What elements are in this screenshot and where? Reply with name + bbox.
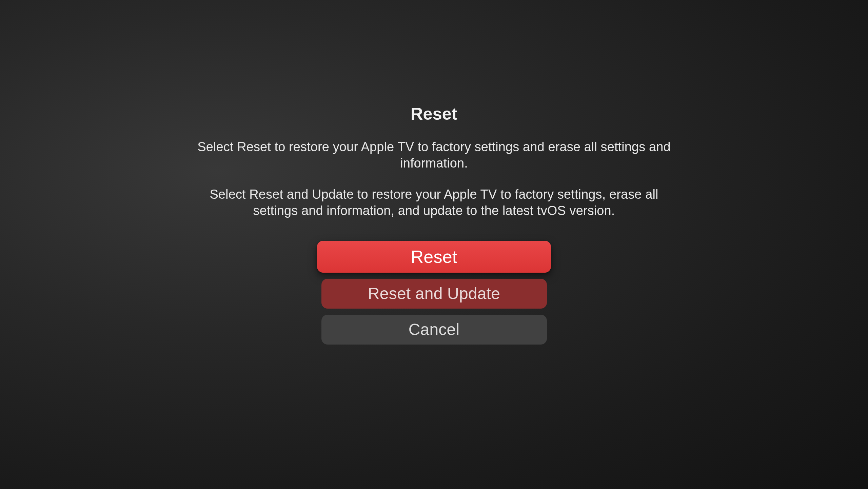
dialog-description-1: Select Reset to restore your Apple TV to… [197,139,671,172]
reset-button[interactable]: Reset [317,241,551,273]
reset-dialog: Reset Select Reset to restore your Apple… [197,104,671,345]
cancel-button[interactable]: Cancel [321,315,547,345]
dialog-title: Reset [411,104,457,124]
dialog-description-2: Select Reset and Update to restore your … [197,186,671,219]
button-stack: Reset Reset and Update Cancel [317,241,551,345]
reset-and-update-button[interactable]: Reset and Update [321,279,547,309]
